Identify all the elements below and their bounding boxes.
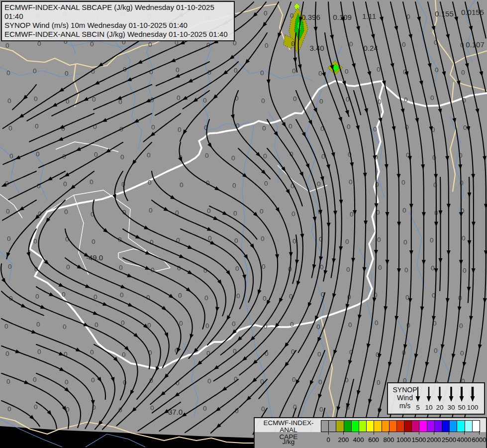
station-value: 0.396 xyxy=(301,13,320,21)
station-zero-value: 0 xyxy=(62,291,66,298)
station-zero-value: 0 xyxy=(430,94,434,102)
station-zero-value: 0 xyxy=(348,321,352,329)
station-zero-value: 0 xyxy=(65,70,69,77)
streamline-arrowhead xyxy=(447,250,451,255)
station-zero-value: 0 xyxy=(261,97,265,105)
wind-streamlines-layer xyxy=(0,2,487,440)
streamline-arrowhead xyxy=(101,118,107,123)
river xyxy=(201,30,277,447)
station-zero-value: 0 xyxy=(7,405,11,413)
station-zero-value: 0 xyxy=(33,237,37,245)
streamline-arrowhead xyxy=(120,285,126,290)
cape-tick-mark xyxy=(389,431,389,435)
region-border xyxy=(74,195,89,275)
streamline-arrowhead xyxy=(26,252,31,258)
station-zero-value: 0 xyxy=(207,377,211,385)
streamline-arrowhead xyxy=(472,222,476,227)
cape-tick-label: 4000 xyxy=(457,436,471,444)
streamline xyxy=(214,91,303,381)
station-zero-value: 0 xyxy=(63,323,67,331)
streamline xyxy=(341,2,377,437)
station-zero-value: 0 xyxy=(63,180,67,188)
station-zero-value: 0 xyxy=(377,66,381,73)
streamline-arrowhead xyxy=(339,200,343,205)
streamline-arrowhead xyxy=(14,155,20,161)
streamline-arrowhead xyxy=(386,212,390,217)
streamline-arrowhead xyxy=(372,298,377,303)
cape-color-swatch xyxy=(374,421,382,432)
streamline-arrowhead xyxy=(97,63,103,69)
streamline-arrowhead xyxy=(362,267,367,272)
streamline xyxy=(478,2,486,38)
station-zero-value: 0 xyxy=(4,323,8,330)
cape-tick-mark xyxy=(404,431,404,435)
streamline-arrowhead xyxy=(267,79,271,84)
streamline-arrowhead xyxy=(294,259,299,265)
cape-tick-label: 600 xyxy=(368,436,379,444)
streamline-arrowhead xyxy=(316,394,322,400)
cape-tick-label: 1000 xyxy=(396,436,411,444)
streamline-arrowhead xyxy=(275,254,280,260)
station-zero-value: 0 xyxy=(461,69,465,76)
streamline xyxy=(354,91,361,114)
station-zero-value: 0 xyxy=(289,122,292,130)
streamline-arrowhead xyxy=(136,60,142,65)
streamline xyxy=(378,2,411,437)
streamline-arrowhead xyxy=(225,315,231,322)
streamline xyxy=(123,258,205,329)
wind-speed-label: 10 xyxy=(425,404,432,411)
streamline-arrowhead xyxy=(46,177,53,183)
streamline-arrowhead xyxy=(333,211,337,216)
cape-color-swatch xyxy=(427,421,435,432)
cape-tick-label: 6000 xyxy=(472,436,487,444)
station-zero-value: 0 xyxy=(261,235,265,242)
wind-speed-label: 30 xyxy=(447,404,455,411)
streamline-arrowhead xyxy=(385,260,389,265)
streamline xyxy=(1,346,93,429)
station-zero-value: 0 xyxy=(232,320,236,328)
streamline-arrowhead xyxy=(469,316,473,322)
cape-legend-title: ECMWF-INDEX-ANAL CAPE xyxy=(257,420,320,441)
streamline-arrowhead xyxy=(85,284,91,290)
streamline-arrowhead xyxy=(170,195,177,201)
station-zero-value: 0 xyxy=(460,179,464,187)
station-zero-value: 0 xyxy=(316,323,320,331)
streamline-arrowhead xyxy=(276,207,282,214)
streamline xyxy=(1,319,115,429)
streamline-arrowhead xyxy=(207,227,213,232)
streamline xyxy=(428,2,461,440)
streamline-arrowhead xyxy=(135,235,141,241)
streamline-arrowhead xyxy=(459,212,463,217)
streamline xyxy=(366,2,399,437)
streamline-arrowhead xyxy=(299,172,305,178)
streamline-arrowhead xyxy=(408,156,412,161)
cape-tick-mark xyxy=(328,431,329,435)
station-zero-value: 0 xyxy=(377,236,381,243)
streamline-arrowhead xyxy=(331,152,336,158)
cape-legend-units: J/kg xyxy=(257,438,320,446)
streamline-arrowhead xyxy=(128,390,134,396)
streamline xyxy=(155,62,238,115)
streamline-arrowhead xyxy=(331,258,336,264)
station-zero-value: 0 xyxy=(375,319,379,327)
streamline-arrowhead xyxy=(179,40,185,46)
streamline-arrowhead xyxy=(40,305,46,311)
streamline-arrowhead xyxy=(351,258,355,263)
station-zero-value: 0 xyxy=(236,292,240,300)
cape-color-swatch xyxy=(404,421,412,432)
station-zero-value: 0 xyxy=(7,97,11,105)
cape-color-swatch xyxy=(329,421,336,432)
station-zero-value: 0 xyxy=(317,350,321,358)
streamline-arrowhead xyxy=(174,74,180,79)
streamline-arrowhead xyxy=(82,97,88,103)
station-zero-value: 0 xyxy=(345,238,349,245)
streamline-arrowhead xyxy=(445,298,450,304)
wind-speed-legend: SYNOP Wind m/s 510203050100 xyxy=(387,382,485,415)
station-zero-value: 0 xyxy=(90,178,94,186)
cape-color-swatch xyxy=(397,421,404,432)
streamline-arrowhead xyxy=(164,333,170,338)
cape-tick-mark xyxy=(449,431,449,435)
streamline xyxy=(138,402,181,431)
station-zero-value: 0 xyxy=(34,95,38,103)
streamline-arrowhead xyxy=(276,32,282,38)
